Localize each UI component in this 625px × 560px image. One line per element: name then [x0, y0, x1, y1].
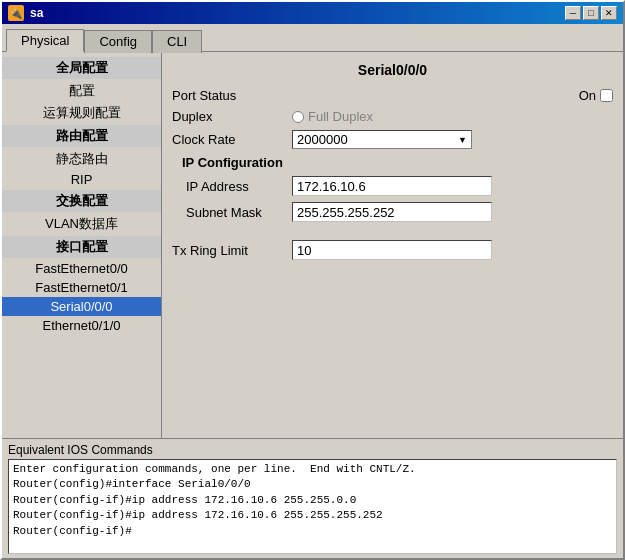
console-line-2: Router(config-if)#ip address 172.16.10.6… [13, 493, 612, 508]
tx-ring-limit-row: Tx Ring Limit [172, 240, 613, 260]
panel-title: Serial0/0/0 [172, 62, 613, 78]
ip-address-row: IP Address [172, 176, 613, 196]
sidebar-item-rip[interactable]: RIP [2, 170, 161, 189]
console-label: Equivalent IOS Commands [8, 443, 617, 457]
close-button[interactable]: ✕ [601, 6, 617, 20]
duplex-option: Full Duplex [292, 109, 373, 124]
tx-ring-limit-input[interactable] [292, 240, 492, 260]
ip-config-label: IP Configuration [182, 155, 613, 170]
console-line-0: Enter configuration commands, one per li… [13, 462, 612, 477]
sidebar-item-fe01[interactable]: FastEthernet0/1 [2, 278, 161, 297]
console-line-3: Router(config-if)#ip address 172.16.10.6… [13, 508, 612, 523]
title-buttons: ─ □ ✕ [565, 6, 617, 20]
console-line-1: Router(config)#interface Serial0/0/0 [13, 477, 612, 492]
sidebar-item-static-route[interactable]: 静态路由 [2, 148, 161, 170]
title-bar: 🔌 sa ─ □ ✕ [2, 2, 623, 24]
ip-address-label: IP Address [172, 179, 292, 194]
console-box[interactable]: Enter configuration commands, one per li… [8, 459, 617, 554]
sidebar-item-config[interactable]: 配置 [2, 80, 161, 102]
maximize-button[interactable]: □ [583, 6, 599, 20]
duplex-label: Duplex [172, 109, 292, 124]
sidebar-group-interface: 接口配置 [2, 236, 161, 258]
app-icon: 🔌 [8, 5, 24, 21]
sidebar-item-vlan[interactable]: VLAN数据库 [2, 213, 161, 235]
clock-rate-label: Clock Rate [172, 132, 292, 147]
console-line-4: Router(config-if)# [13, 524, 612, 539]
port-status-row: Port Status On [172, 88, 613, 103]
sidebar-item-rules[interactable]: 运算规则配置 [2, 102, 161, 124]
sidebar-scroll[interactable]: 全局配置 配置 运算规则配置 路由配置 静态路由 RIP 交换配置 VLAN数据… [2, 52, 161, 438]
duplex-option-label: Full Duplex [308, 109, 373, 124]
clock-rate-row: Clock Rate 2000000 ▼ [172, 130, 613, 149]
sidebar-group-global: 全局配置 [2, 57, 161, 79]
console-area: Equivalent IOS Commands Enter configurat… [2, 438, 623, 558]
tab-bar: Physical Config CLI [2, 24, 623, 51]
tab-physical[interactable]: Physical [6, 29, 84, 52]
clock-rate-arrow: ▼ [458, 135, 467, 145]
tab-config[interactable]: Config [84, 30, 152, 53]
subnet-mask-input[interactable] [292, 202, 492, 222]
clock-rate-value: 2000000 [297, 132, 348, 147]
title-bar-left: 🔌 sa [8, 5, 43, 21]
port-status-label: Port Status [172, 88, 292, 103]
sidebar: 全局配置 配置 运算规则配置 路由配置 静态路由 RIP 交换配置 VLAN数据… [2, 52, 162, 438]
clock-rate-select[interactable]: 2000000 ▼ [292, 130, 472, 149]
minimize-button[interactable]: ─ [565, 6, 581, 20]
subnet-mask-row: Subnet Mask [172, 202, 613, 222]
main-area: 全局配置 配置 运算规则配置 路由配置 静态路由 RIP 交换配置 VLAN数据… [2, 51, 623, 438]
window-title: sa [30, 6, 43, 20]
sidebar-item-fe00[interactable]: FastEthernet0/0 [2, 259, 161, 278]
duplex-radio[interactable] [292, 111, 304, 123]
main-window: 🔌 sa ─ □ ✕ Physical Config CLI 全局配置 配置 运… [0, 0, 625, 560]
port-status-checkbox[interactable] [600, 89, 613, 102]
content-panel: Serial0/0/0 Port Status On Duplex Full D… [162, 52, 623, 438]
tab-cli[interactable]: CLI [152, 30, 202, 53]
tx-ring-limit-label: Tx Ring Limit [172, 243, 292, 258]
ip-address-input[interactable] [292, 176, 492, 196]
sidebar-group-switching: 交换配置 [2, 190, 161, 212]
sidebar-item-eth010[interactable]: Ethernet0/1/0 [2, 316, 161, 335]
duplex-row: Duplex Full Duplex [172, 109, 613, 124]
subnet-mask-label: Subnet Mask [172, 205, 292, 220]
sidebar-item-serial000[interactable]: Serial0/0/0 [2, 297, 161, 316]
port-status-on-label: On [579, 88, 596, 103]
sidebar-group-routing: 路由配置 [2, 125, 161, 147]
